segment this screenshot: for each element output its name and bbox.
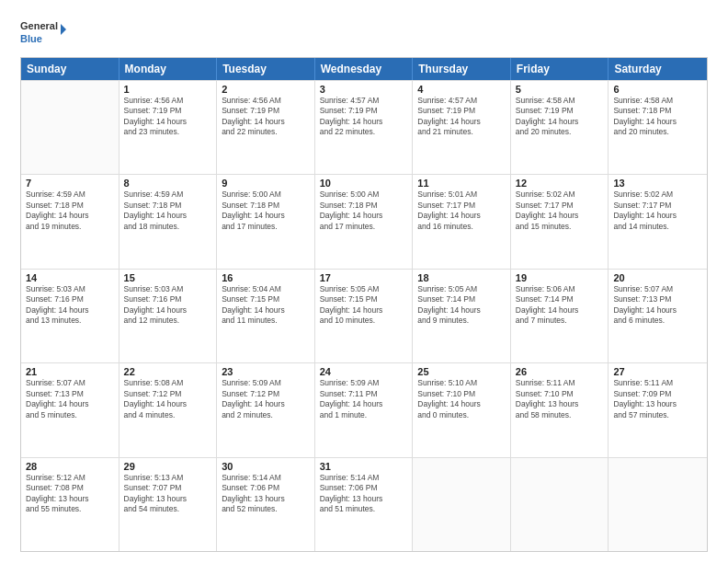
day-info: Sunrise: 5:04 AM Sunset: 7:15 PM Dayligh…: [222, 284, 310, 327]
calendar-cell: [511, 458, 609, 551]
day-number: 2: [222, 84, 310, 95]
calendar-cell: [413, 458, 511, 551]
day-info: Sunrise: 5:14 AM Sunset: 7:06 PM Dayligh…: [222, 473, 310, 515]
calendar-cell: 11Sunrise: 5:01 AM Sunset: 7:17 PM Dayli…: [413, 175, 511, 268]
calendar-row: 7Sunrise: 4:59 AM Sunset: 7:18 PM Daylig…: [21, 174, 707, 268]
day-number: 25: [417, 366, 506, 377]
day-number: 20: [613, 272, 702, 283]
day-number: 12: [516, 178, 604, 189]
weekday-header: Thursday: [413, 58, 511, 80]
calendar-cell: 28Sunrise: 5:12 AM Sunset: 7:08 PM Dayli…: [21, 458, 119, 551]
day-info: Sunrise: 5:07 AM Sunset: 7:13 PM Dayligh…: [613, 284, 702, 327]
calendar-cell: [21, 81, 119, 174]
logo: General Blue: [20, 17, 66, 50]
day-info: Sunrise: 5:05 AM Sunset: 7:15 PM Dayligh…: [320, 284, 408, 327]
calendar-cell: 29Sunrise: 5:13 AM Sunset: 7:07 PM Dayli…: [119, 458, 218, 551]
calendar-cell: 15Sunrise: 5:03 AM Sunset: 7:16 PM Dayli…: [119, 270, 218, 362]
day-number: 29: [124, 461, 212, 472]
day-number: 8: [124, 178, 212, 189]
day-number: 19: [516, 272, 604, 283]
day-info: Sunrise: 5:03 AM Sunset: 7:16 PM Dayligh…: [26, 284, 114, 327]
calendar-cell: 23Sunrise: 5:09 AM Sunset: 7:12 PM Dayli…: [217, 363, 315, 456]
weekday-header: Wednesday: [315, 58, 414, 80]
calendar-cell: 10Sunrise: 5:00 AM Sunset: 7:18 PM Dayli…: [315, 175, 414, 268]
calendar-cell: [609, 458, 707, 551]
svg-text:Blue: Blue: [20, 33, 42, 44]
day-info: Sunrise: 5:02 AM Sunset: 7:17 PM Dayligh…: [613, 190, 702, 232]
calendar-cell: 26Sunrise: 5:11 AM Sunset: 7:10 PM Dayli…: [511, 363, 609, 456]
page-header: General Blue: [20, 17, 708, 50]
weekday-header: Monday: [119, 58, 218, 80]
calendar-page: General Blue SundayMondayTuesdayWednesda…: [0, 0, 728, 563]
calendar-cell: 7Sunrise: 4:59 AM Sunset: 7:18 PM Daylig…: [21, 175, 119, 268]
day-number: 4: [417, 84, 506, 95]
calendar-header: SundayMondayTuesdayWednesdayThursdayFrid…: [21, 58, 707, 80]
day-info: Sunrise: 5:08 AM Sunset: 7:12 PM Dayligh…: [124, 378, 212, 420]
svg-marker-2: [61, 24, 66, 35]
calendar-grid: SundayMondayTuesdayWednesdayThursdayFrid…: [20, 57, 708, 552]
day-number: 28: [26, 461, 114, 472]
calendar-cell: 2Sunrise: 4:56 AM Sunset: 7:19 PM Daylig…: [217, 81, 315, 174]
day-number: 26: [516, 366, 604, 377]
day-number: 7: [26, 178, 114, 189]
day-info: Sunrise: 5:11 AM Sunset: 7:09 PM Dayligh…: [613, 378, 702, 420]
day-info: Sunrise: 4:56 AM Sunset: 7:19 PM Dayligh…: [124, 96, 212, 138]
day-number: 5: [516, 84, 604, 95]
day-number: 3: [320, 84, 408, 95]
calendar-cell: 4Sunrise: 4:57 AM Sunset: 7:19 PM Daylig…: [413, 81, 511, 174]
day-info: Sunrise: 4:57 AM Sunset: 7:19 PM Dayligh…: [417, 96, 506, 138]
day-number: 23: [222, 366, 310, 377]
logo-svg: General Blue: [20, 17, 66, 50]
day-info: Sunrise: 4:59 AM Sunset: 7:18 PM Dayligh…: [124, 190, 212, 232]
calendar-cell: 25Sunrise: 5:10 AM Sunset: 7:10 PM Dayli…: [413, 363, 511, 456]
day-number: 30: [222, 461, 310, 472]
calendar-cell: 21Sunrise: 5:07 AM Sunset: 7:13 PM Dayli…: [21, 363, 119, 456]
calendar-cell: 8Sunrise: 4:59 AM Sunset: 7:18 PM Daylig…: [119, 175, 218, 268]
calendar-cell: 31Sunrise: 5:14 AM Sunset: 7:06 PM Dayli…: [315, 458, 414, 551]
day-number: 31: [320, 461, 408, 472]
weekday-header: Friday: [511, 58, 609, 80]
day-number: 18: [417, 272, 506, 283]
day-info: Sunrise: 5:10 AM Sunset: 7:10 PM Dayligh…: [417, 378, 506, 420]
calendar-cell: 6Sunrise: 4:58 AM Sunset: 7:18 PM Daylig…: [609, 81, 707, 174]
calendar-cell: 3Sunrise: 4:57 AM Sunset: 7:19 PM Daylig…: [315, 81, 414, 174]
day-number: 1: [124, 84, 212, 95]
calendar-row: 28Sunrise: 5:12 AM Sunset: 7:08 PM Dayli…: [21, 457, 707, 551]
day-number: 11: [417, 178, 506, 189]
calendar-cell: 9Sunrise: 5:00 AM Sunset: 7:18 PM Daylig…: [217, 175, 315, 268]
calendar-cell: 27Sunrise: 5:11 AM Sunset: 7:09 PM Dayli…: [609, 363, 707, 456]
calendar-cell: 18Sunrise: 5:05 AM Sunset: 7:14 PM Dayli…: [413, 270, 511, 362]
day-number: 24: [320, 366, 408, 377]
calendar-cell: 13Sunrise: 5:02 AM Sunset: 7:17 PM Dayli…: [609, 175, 707, 268]
day-info: Sunrise: 5:12 AM Sunset: 7:08 PM Dayligh…: [26, 473, 114, 515]
day-number: 15: [124, 272, 212, 283]
day-info: Sunrise: 5:06 AM Sunset: 7:14 PM Dayligh…: [516, 284, 604, 327]
calendar-cell: 24Sunrise: 5:09 AM Sunset: 7:11 PM Dayli…: [315, 363, 414, 456]
svg-text:General: General: [20, 20, 58, 31]
weekday-header: Tuesday: [217, 58, 315, 80]
day-info: Sunrise: 5:11 AM Sunset: 7:10 PM Dayligh…: [516, 378, 604, 420]
calendar-cell: 16Sunrise: 5:04 AM Sunset: 7:15 PM Dayli…: [217, 270, 315, 362]
day-info: Sunrise: 5:00 AM Sunset: 7:18 PM Dayligh…: [320, 190, 408, 232]
calendar-cell: 12Sunrise: 5:02 AM Sunset: 7:17 PM Dayli…: [511, 175, 609, 268]
calendar-row: 14Sunrise: 5:03 AM Sunset: 7:16 PM Dayli…: [21, 269, 707, 362]
day-info: Sunrise: 5:07 AM Sunset: 7:13 PM Dayligh…: [26, 378, 114, 420]
day-info: Sunrise: 5:00 AM Sunset: 7:18 PM Dayligh…: [222, 190, 310, 232]
weekday-header: Saturday: [609, 58, 707, 80]
calendar-cell: 1Sunrise: 4:56 AM Sunset: 7:19 PM Daylig…: [119, 81, 218, 174]
day-info: Sunrise: 5:09 AM Sunset: 7:12 PM Dayligh…: [222, 378, 310, 420]
day-info: Sunrise: 4:59 AM Sunset: 7:18 PM Dayligh…: [26, 190, 114, 232]
calendar-cell: 19Sunrise: 5:06 AM Sunset: 7:14 PM Dayli…: [511, 270, 609, 362]
day-info: Sunrise: 5:09 AM Sunset: 7:11 PM Dayligh…: [320, 378, 408, 420]
calendar-row: 21Sunrise: 5:07 AM Sunset: 7:13 PM Dayli…: [21, 362, 707, 456]
calendar-cell: 30Sunrise: 5:14 AM Sunset: 7:06 PM Dayli…: [217, 458, 315, 551]
day-info: Sunrise: 5:01 AM Sunset: 7:17 PM Dayligh…: [417, 190, 506, 232]
day-info: Sunrise: 5:03 AM Sunset: 7:16 PM Dayligh…: [124, 284, 212, 327]
day-info: Sunrise: 4:56 AM Sunset: 7:19 PM Dayligh…: [222, 96, 310, 138]
calendar-row: 1Sunrise: 4:56 AM Sunset: 7:19 PM Daylig…: [21, 80, 707, 174]
day-number: 22: [124, 366, 212, 377]
weekday-header: Sunday: [21, 58, 119, 80]
day-info: Sunrise: 4:58 AM Sunset: 7:19 PM Dayligh…: [516, 96, 604, 138]
day-number: 16: [222, 272, 310, 283]
calendar-cell: 22Sunrise: 5:08 AM Sunset: 7:12 PM Dayli…: [119, 363, 218, 456]
